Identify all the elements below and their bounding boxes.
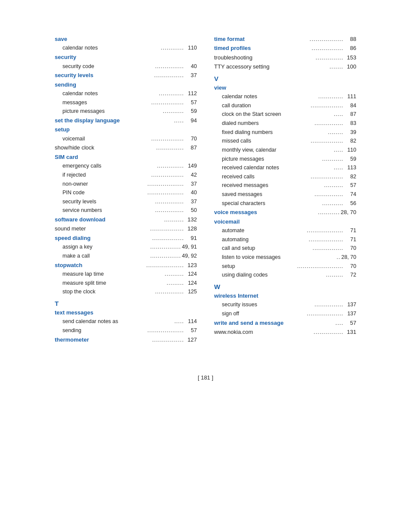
top-label: write and send a message — [214, 318, 335, 327]
page-number: 59 — [185, 107, 197, 116]
index-sub-entry: clock on the Start screen.....87 — [214, 110, 356, 119]
dots: ............... — [314, 327, 343, 336]
dots: .... — [336, 318, 343, 327]
page-number: 91 — [185, 233, 197, 243]
dots: ................. — [151, 134, 184, 143]
page-number: 57 — [344, 318, 356, 327]
page-number: 28, 70 — [341, 208, 356, 217]
index-sub-entry: received calendar notes.....113 — [214, 163, 356, 172]
sub-label: calendar notes — [222, 92, 318, 101]
page-number: 82 — [344, 172, 356, 181]
index-sub-entry: listen to voice messages..28, 70 — [214, 253, 356, 262]
page-number: 39 — [344, 128, 356, 137]
sub-label: dialed numbers — [222, 119, 314, 128]
dots: ............... — [155, 197, 184, 206]
index-top-entry: time format.................88 — [214, 34, 356, 44]
page-number: 37 — [185, 197, 197, 206]
dots: .......... — [165, 270, 184, 279]
page-number: 49, 91 — [182, 243, 197, 252]
sub-label: make a call — [62, 252, 149, 261]
sub-label: security levels — [62, 197, 154, 206]
sub-label: sign off — [222, 309, 306, 318]
dots: .............. — [315, 53, 343, 62]
dots: ................. — [310, 34, 343, 44]
page-number: 87 — [185, 143, 197, 152]
page-number: 40 — [185, 62, 197, 71]
dots: ................. — [151, 171, 184, 180]
index-heading: save — [55, 34, 197, 44]
dots: ............... — [154, 71, 184, 80]
sub-label: monthly view, calendar — [222, 146, 333, 155]
dots: .................. — [308, 235, 343, 244]
page-number: 100 — [344, 62, 356, 71]
dots: ............... — [155, 287, 184, 296]
page-number: 124 — [185, 270, 197, 279]
page-number: 123 — [185, 261, 197, 270]
index-sub-entry: special characters...........56 — [214, 199, 356, 208]
page-number: 114 — [185, 317, 197, 326]
dots: ................... — [307, 309, 343, 318]
page-number: 37 — [185, 180, 197, 189]
dots: ........... — [163, 107, 184, 116]
index-sub-entry: fixed dialing numbers........39 — [214, 128, 356, 137]
sub-label: fixed dialing numbers — [222, 128, 327, 137]
index-sub-entry: sign off...................137 — [214, 309, 356, 318]
index-sub-entry: saved messages...............74 — [214, 190, 356, 199]
dots: ............... — [314, 190, 343, 199]
page-number: 137 — [344, 300, 356, 309]
index-heading: setup — [55, 125, 197, 134]
dots: .......... — [324, 181, 343, 190]
dots: ................... — [146, 261, 184, 270]
page-number: 57 — [185, 98, 197, 107]
sub-label: stop the clock — [62, 287, 154, 296]
index-heading: SIM card — [55, 152, 197, 162]
page-number: 70 — [185, 134, 197, 143]
dots: ............... — [314, 300, 343, 309]
page-number: 88 — [344, 34, 356, 44]
letter-heading: W — [214, 283, 356, 290]
dots: ................... — [307, 226, 343, 235]
index-sub-entry: call duration.................84 — [214, 101, 356, 110]
sub-label: emergency calls — [62, 162, 156, 171]
index-sub-entry: PIN code...................40 — [55, 188, 197, 197]
index-sub-entry: stop the clock...............125 — [55, 287, 197, 296]
page-number: 56 — [344, 199, 356, 208]
index-sub-entry: picture messages...........59 — [214, 155, 356, 164]
index-sub-entry: measure split time.........124 — [55, 279, 197, 288]
sub-label: send calendar notes as — [62, 317, 174, 326]
dots: ................ — [150, 252, 181, 261]
index-sub-entry: security levels...............37 — [55, 197, 197, 206]
page-number: 87 — [344, 110, 356, 119]
right-column: time format.................88timed prof… — [214, 34, 356, 344]
index-top-entry: timed profiles................86 — [214, 44, 356, 53]
page-footer: [ 181 ] — [198, 374, 213, 381]
index-sub-entry: monthly view, calendar.....110 — [214, 146, 356, 155]
index-sub-entry: setup........................70 — [214, 262, 356, 271]
page-number: 112 — [185, 89, 197, 98]
sub-label: automating — [222, 235, 308, 244]
sub-label: special characters — [222, 199, 321, 208]
dots: ..... — [174, 317, 184, 326]
page-number: 42 — [185, 171, 197, 180]
page-number: 128 — [185, 224, 197, 233]
index-sub-entry: emergency calls..............149 — [55, 162, 197, 171]
dots: ................... — [147, 180, 184, 189]
dots: ........... — [322, 199, 343, 208]
dots: ................. — [150, 224, 184, 233]
index-top-entry: security levels...............37 — [55, 71, 197, 80]
page-number: 84 — [344, 101, 356, 110]
top-label: security levels — [55, 71, 153, 80]
sub-label: sending — [62, 326, 146, 335]
sub-label: call and setup — [222, 244, 311, 253]
top-label: show/hide clock — [55, 143, 155, 152]
top-label: troubleshooting — [214, 53, 314, 62]
index-sub-entry: calendar notes.............112 — [55, 89, 197, 98]
sub-label: messages — [62, 98, 150, 107]
page-number: 86 — [344, 44, 356, 53]
dots: ................. — [311, 172, 343, 181]
dots: ................ — [152, 335, 184, 344]
dots: ..... — [334, 163, 343, 172]
dots: ................. — [311, 137, 343, 146]
dots: ................. — [151, 98, 184, 107]
dots: ................ — [312, 244, 343, 253]
